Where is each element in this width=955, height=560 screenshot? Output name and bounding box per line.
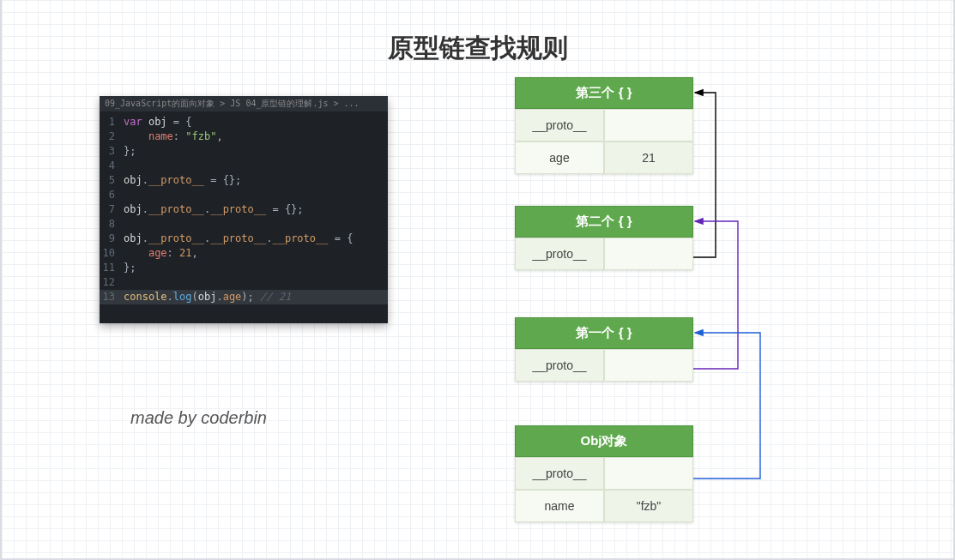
line-number: 11	[100, 261, 124, 275]
line-number: 4	[100, 159, 124, 173]
cell-key: __proto__	[515, 457, 604, 490]
code-content: };	[124, 144, 136, 159]
cell-val	[604, 109, 693, 142]
code-content: age: 21,	[124, 246, 198, 261]
code-content: obj.__proto__ = {};	[124, 173, 241, 188]
code-content: var obj = {	[124, 115, 192, 129]
cell-key: __proto__	[515, 349, 604, 382]
code-content: obj.__proto__.__proto__.__proto__ = {	[124, 232, 353, 246]
box-obj: Obj对象 __proto__ name "fzb"	[515, 425, 693, 522]
code-content: console.log(obj.age); // 21	[124, 290, 291, 304]
editor-line: 7obj.__proto__.__proto__ = {};	[100, 202, 388, 217]
box-third: 第三个 { } __proto__ age 21	[515, 77, 693, 174]
page-title: 原型链查找规则	[0, 31, 955, 66]
line-number: 5	[100, 173, 124, 188]
line-number: 13	[100, 290, 124, 304]
line-number: 10	[100, 246, 124, 261]
credit-text: made by coderbin	[130, 408, 267, 428]
cell-val	[604, 349, 693, 382]
cell-val	[604, 457, 693, 490]
editor-line: 9obj.__proto__.__proto__.__proto__ = {	[100, 232, 388, 246]
box-first: 第一个 { } __proto__	[515, 317, 693, 382]
editor-line: 10 age: 21,	[100, 246, 388, 261]
cell-val: "fzb"	[604, 490, 693, 522]
editor-lines: 1var obj = {2 name: "fzb",3};45obj.__pro…	[100, 111, 388, 308]
box-first-header: 第一个 { }	[515, 317, 693, 349]
line-number: 6	[100, 188, 124, 202]
line-number: 8	[100, 217, 124, 232]
box-second: 第二个 { } __proto__	[515, 206, 693, 270]
line-number: 12	[100, 275, 124, 290]
editor-line: 2 name: "fzb",	[100, 129, 388, 144]
editor-line: 4	[100, 159, 388, 173]
editor-line: 8	[100, 217, 388, 232]
cell-key: name	[515, 490, 604, 522]
box-third-header: 第三个 { }	[515, 77, 693, 109]
code-content: name: "fzb",	[124, 129, 223, 144]
editor-line: 1var obj = {	[100, 115, 388, 129]
cell-val: 21	[604, 142, 693, 174]
box-obj-header: Obj对象	[515, 425, 693, 457]
editor-line: 6	[100, 188, 388, 202]
editor-line: 5obj.__proto__ = {};	[100, 173, 388, 188]
cell-val	[604, 238, 693, 270]
editor-line: 13console.log(obj.age); // 21	[100, 290, 388, 304]
code-editor: 09_JavaScript的面向对象 > JS 04_原型链的理解.js > .…	[100, 96, 388, 323]
editor-line: 12	[100, 275, 388, 290]
line-number: 2	[100, 129, 124, 144]
cell-key: age	[515, 142, 604, 174]
line-number: 3	[100, 144, 124, 159]
box-second-header: 第二个 { }	[515, 206, 693, 238]
editor-line: 3};	[100, 144, 388, 159]
line-number: 1	[100, 115, 124, 129]
editor-tab: 09_JavaScript的面向对象 > JS 04_原型链的理解.js > .…	[100, 96, 388, 111]
line-number: 9	[100, 232, 124, 246]
cell-key: __proto__	[515, 109, 604, 142]
cell-key: __proto__	[515, 238, 604, 270]
code-content: obj.__proto__.__proto__ = {};	[124, 202, 304, 217]
line-number: 7	[100, 202, 124, 217]
code-content: };	[124, 261, 136, 275]
editor-line: 11};	[100, 261, 388, 275]
